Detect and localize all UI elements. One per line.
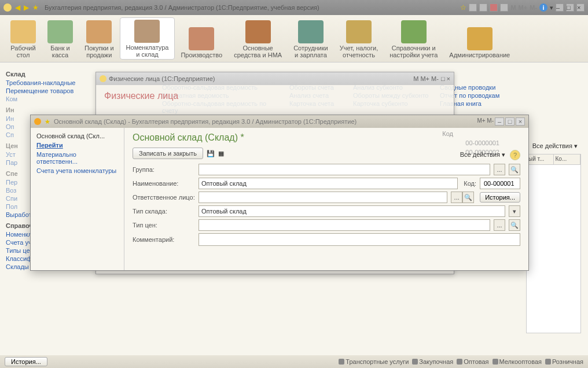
status-link[interactable]: Розничная (545, 358, 583, 365)
app-icon (34, 118, 41, 125)
modal-title: Основной склад (Склад) - Бухгалтерия пре… (54, 118, 473, 125)
tb-icon[interactable] (469, 3, 477, 12)
save-close-button[interactable]: Записать и закрыть (133, 148, 203, 159)
min-icon[interactable]: – (556, 3, 564, 12)
app-title: Бухгалтерия предприятия, редакция 3.0 / … (45, 4, 457, 11)
main-toolbar: РабочийстолБанк икассаПокупки ипродажиНо… (0, 15, 588, 62)
toolbar-icon (47, 20, 73, 43)
pricetype-field[interactable] (199, 219, 490, 231)
sidebar-link[interactable]: Счета учета номенклатуры (31, 166, 124, 175)
toolbar-icon (245, 20, 271, 43)
right-grid[interactable]: ый т...Ко... (526, 154, 581, 333)
dropdown-icon[interactable]: ▾ (509, 205, 520, 217)
sidebar-link[interactable]: Материально ответственн... (31, 150, 124, 166)
search-icon[interactable]: 🔍 (462, 192, 474, 203)
history-button[interactable]: История... (5, 357, 47, 366)
code-label: Код: (464, 180, 476, 187)
max-icon[interactable]: □ (566, 3, 574, 12)
tb-icon[interactable] (490, 3, 498, 12)
grid-actions[interactable]: Все действия ▾ (532, 142, 578, 150)
sidebar-go[interactable]: Перейти (31, 141, 124, 150)
m-plus-icon[interactable]: M+ (519, 4, 528, 11)
sidebar-title: Основной склад (Скл... (31, 131, 124, 141)
toolbar-label: Администрирование (449, 51, 510, 58)
toolbar-icon (401, 20, 427, 43)
grid-col[interactable]: ый т... (527, 154, 554, 164)
toolbar-icon (298, 20, 324, 43)
m-minus-icon[interactable]: M- (530, 4, 537, 11)
toolbar-item[interactable]: Справочники инастройки учета (384, 17, 443, 60)
max-icon[interactable]: □ (505, 117, 514, 126)
toolbar-label: Учет, налоги,отчетность (340, 45, 378, 58)
calc-icon[interactable] (500, 3, 508, 12)
ghost-code: 00-0000001 (465, 139, 499, 146)
app-titlebar: ◀ ▶ ★ Бухгалтерия предприятия, редакция … (0, 0, 588, 15)
group-label: Группа: (133, 166, 195, 173)
toolbar-item[interactable]: Учет, налоги,отчетность (334, 17, 384, 60)
toolbar-item[interactable]: Покупки ипродажи (79, 17, 120, 60)
statusbar: История... Транспортные услуги Закупочна… (0, 355, 588, 368)
select-icon[interactable]: ... (494, 164, 505, 175)
toolbar-item[interactable]: Администрирование (443, 17, 516, 60)
toolbar-item[interactable]: Производство (175, 17, 228, 60)
tb-icon[interactable] (479, 3, 487, 12)
star-icon[interactable]: ★ (45, 118, 50, 126)
toolbar-label: Покупки ипродажи (84, 45, 114, 58)
app-icon (100, 75, 106, 82)
grid-col[interactable]: Ко... (554, 154, 581, 164)
more-icon[interactable]: ▦ (218, 150, 224, 157)
modal-sidebar: Основной склад (Скл... Перейти Материаль… (31, 128, 124, 270)
toolbar-item[interactable]: Номенклатураи склад (120, 17, 175, 60)
bg-window-header[interactable]: Физические лица (1С:Предприятие) M M+ M-… (96, 72, 454, 85)
form-title: Основной склад (Склад) * (133, 133, 520, 143)
resp-label: Ответственное лицо: (133, 194, 195, 201)
bg-window-heading: Физические лица (96, 85, 454, 104)
content-area: Склад Требования-накладные Перемещение т… (0, 62, 588, 355)
comment-label: Комментарий: (133, 236, 195, 243)
toolbar-label: Производство (181, 51, 222, 58)
group-field[interactable] (199, 164, 490, 175)
name-field[interactable]: Оптовый склад (199, 178, 458, 189)
m-icon[interactable]: M (510, 4, 516, 11)
select-icon[interactable]: ... (494, 219, 505, 231)
toolbar-label: Справочники инастройки учета (389, 45, 438, 58)
nav-fwd-icon[interactable]: ▶ (24, 3, 29, 12)
type-field[interactable]: Оптовый склад (199, 205, 505, 217)
comment-field[interactable] (199, 233, 520, 246)
toolbar-label: Номенклатураи склад (126, 44, 169, 58)
status-link[interactable]: Закупочная (412, 358, 453, 365)
close-icon[interactable]: × (576, 3, 585, 12)
min-icon[interactable]: – (495, 117, 504, 126)
modal-header[interactable]: ★ Основной склад (Склад) - Бухгалтерия п… (31, 115, 528, 128)
toolbar-label: Основныесредства и НМА (234, 45, 282, 58)
status-link[interactable]: Оптовая (457, 358, 488, 365)
code-field[interactable]: 00-000001 (480, 178, 520, 189)
toolbar-icon (189, 27, 214, 50)
fav-icon[interactable]: ☆ (460, 3, 466, 12)
toolbar-icon (467, 27, 493, 50)
close-icon[interactable]: × (516, 117, 525, 126)
save-icon[interactable]: 💾 (207, 150, 215, 157)
toolbar-item[interactable]: Банк икасса (42, 17, 79, 60)
select-icon[interactable]: ... (451, 192, 462, 203)
nav-back-icon[interactable]: ◀ (15, 3, 20, 12)
all-actions[interactable]: Все действия ▾ (460, 151, 505, 159)
search-icon[interactable]: 🔍 (509, 219, 520, 231)
toolbar-item[interactable]: Рабочийстол (5, 17, 42, 60)
toolbar-item[interactable]: Основныесредства и НМА (228, 17, 288, 60)
resp-field[interactable] (199, 192, 447, 203)
status-link[interactable]: Мелкооптовая (493, 358, 542, 365)
history-button[interactable]: История... (480, 192, 520, 203)
app-icon (3, 3, 12, 12)
toolbar-icon (346, 20, 372, 43)
toolbar-icon (10, 20, 36, 43)
help-icon[interactable]: ? (510, 150, 520, 160)
status-link[interactable]: Транспортные услуги (339, 358, 409, 365)
toolbar-label: Банк икасса (50, 45, 69, 58)
info-icon[interactable]: i (539, 3, 547, 12)
ghost-label: Код (442, 130, 453, 137)
toolbar-item[interactable]: Сотрудникии зарплата (288, 17, 334, 60)
dropdown-icon[interactable]: ▾ (550, 4, 553, 12)
search-icon[interactable]: 🔍 (509, 164, 520, 175)
star-icon[interactable]: ★ (32, 3, 39, 12)
